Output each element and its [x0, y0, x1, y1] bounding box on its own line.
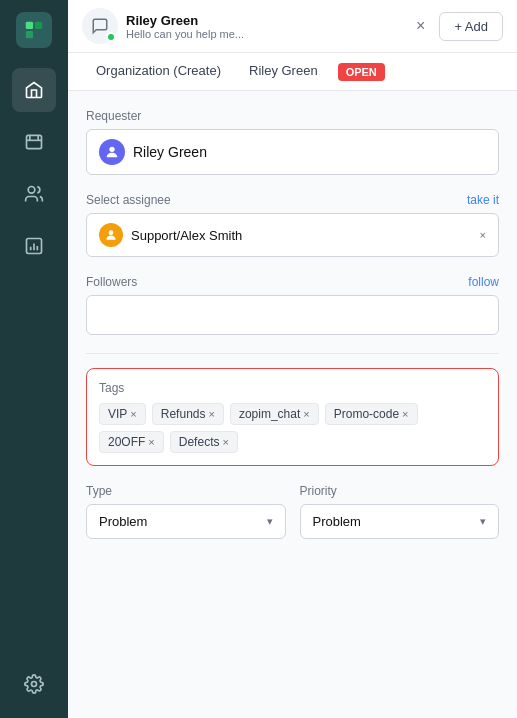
remove-tag-button[interactable]: ×	[222, 436, 228, 448]
tab-organization[interactable]: Organization (Create)	[82, 53, 235, 90]
assignee-avatar	[99, 223, 123, 247]
tags-label: Tags	[99, 381, 486, 395]
priority-value: Problem	[313, 514, 361, 529]
content-area: Requester Riley Green Select assignee ta…	[68, 91, 517, 718]
type-priority-row: Type Problem ▾ Priority Problem ▾	[86, 484, 499, 539]
online-status-dot	[106, 32, 116, 42]
tabs-bar: Organization (Create) Riley Green OPEN	[68, 53, 517, 91]
assignee-section: Select assignee take it Support/Alex Smi…	[86, 193, 499, 257]
tag-item: zopim_chat ×	[230, 403, 319, 425]
logo[interactable]	[16, 12, 52, 48]
close-chat-button[interactable]: ×	[412, 13, 429, 39]
followers-label: Followers	[86, 275, 137, 289]
sidebar-item-settings[interactable]	[12, 662, 56, 706]
type-select[interactable]: Problem ▾	[86, 504, 286, 539]
remove-tag-button[interactable]: ×	[208, 408, 214, 420]
requester-input[interactable]: Riley Green	[86, 129, 499, 175]
chat-notification: Riley Green Hello can you help me...	[82, 8, 402, 44]
assignee-input[interactable]: Support/Alex Smith ×	[86, 213, 499, 257]
chat-icon-wrap	[82, 8, 118, 44]
tags-section: Tags VIP ×Refunds ×zopim_chat ×Promo-cod…	[86, 368, 499, 466]
tag-text: zopim_chat	[239, 407, 300, 421]
tag-item: Refunds ×	[152, 403, 224, 425]
svg-point-4	[28, 187, 35, 194]
sidebar-item-reports[interactable]	[12, 224, 56, 268]
type-value: Problem	[99, 514, 147, 529]
chat-bubble-icon	[91, 17, 109, 35]
divider	[86, 353, 499, 354]
followers-input[interactable]	[86, 295, 499, 335]
svg-point-7	[109, 147, 114, 152]
remove-assignee-button[interactable]: ×	[480, 229, 486, 241]
sidebar-item-users[interactable]	[12, 172, 56, 216]
take-it-link[interactable]: take it	[467, 193, 499, 207]
priority-select[interactable]: Problem ▾	[300, 504, 500, 539]
type-chevron-icon: ▾	[267, 515, 273, 528]
priority-label: Priority	[300, 484, 500, 498]
sidebar	[0, 0, 68, 718]
priority-column: Priority Problem ▾	[300, 484, 500, 539]
tag-text: 20OFF	[108, 435, 145, 449]
tag-item: 20OFF ×	[99, 431, 164, 453]
header-bar: Riley Green Hello can you help me... × +…	[68, 0, 517, 53]
assignee-label: Select assignee	[86, 193, 171, 207]
sidebar-item-inbox[interactable]	[12, 120, 56, 164]
remove-tag-button[interactable]: ×	[402, 408, 408, 420]
type-label: Type	[86, 484, 286, 498]
follow-link[interactable]: follow	[468, 275, 499, 289]
assignee-label-row: Select assignee take it	[86, 193, 499, 207]
tag-item: Promo-code ×	[325, 403, 418, 425]
tag-text: Promo-code	[334, 407, 399, 421]
followers-label-row: Followers follow	[86, 275, 499, 289]
svg-rect-2	[35, 22, 42, 29]
requester-avatar	[99, 139, 125, 165]
svg-point-8	[109, 230, 114, 235]
remove-tag-button[interactable]: ×	[148, 436, 154, 448]
sidebar-item-home[interactable]	[12, 68, 56, 112]
svg-rect-1	[26, 31, 33, 38]
add-button[interactable]: + Add	[439, 12, 503, 41]
tag-item: Defects ×	[170, 431, 238, 453]
chat-message-preview: Hello can you help me...	[126, 28, 286, 40]
requester-label: Requester	[86, 109, 499, 123]
tag-text: VIP	[108, 407, 127, 421]
chat-contact-name: Riley Green	[126, 13, 402, 28]
tab-riley-green[interactable]: Riley Green	[235, 53, 332, 90]
svg-rect-3	[27, 135, 42, 148]
type-column: Type Problem ▾	[86, 484, 286, 539]
requester-section: Requester Riley Green	[86, 109, 499, 175]
remove-tag-button[interactable]: ×	[130, 408, 136, 420]
svg-point-6	[32, 682, 37, 687]
tag-text: Refunds	[161, 407, 206, 421]
main-panel: Riley Green Hello can you help me... × +…	[68, 0, 517, 718]
followers-section: Followers follow	[86, 275, 499, 335]
chat-info: Riley Green Hello can you help me...	[126, 13, 402, 40]
status-badge: OPEN	[338, 63, 385, 81]
tag-text: Defects	[179, 435, 220, 449]
tag-item: VIP ×	[99, 403, 146, 425]
requester-name: Riley Green	[133, 144, 207, 160]
assignee-name: Support/Alex Smith	[131, 228, 469, 243]
priority-chevron-icon: ▾	[480, 515, 486, 528]
tags-container: VIP ×Refunds ×zopim_chat ×Promo-code ×20…	[99, 403, 486, 453]
svg-rect-0	[26, 22, 33, 29]
remove-tag-button[interactable]: ×	[303, 408, 309, 420]
